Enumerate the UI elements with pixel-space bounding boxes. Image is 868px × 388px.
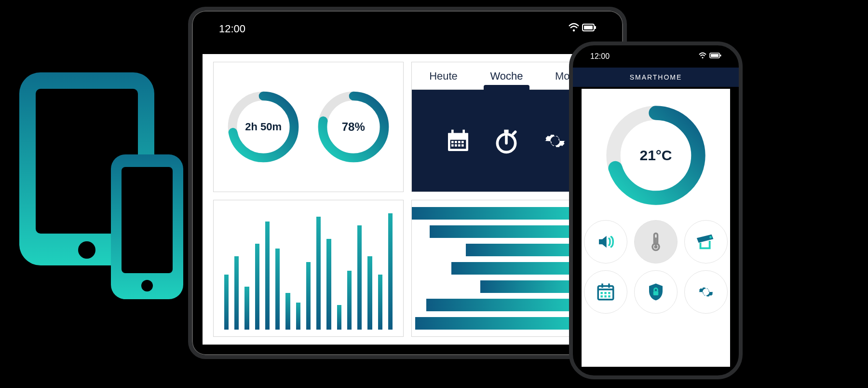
svg-rect-17 [451, 141, 454, 143]
speaker-icon [596, 232, 616, 252]
bar [306, 262, 311, 330]
calendar-icon [596, 282, 616, 302]
bar [357, 225, 362, 330]
temperature-gauge: 21°C [603, 102, 709, 208]
gear-icon [696, 282, 716, 302]
tablet-device: 12:00 [188, 7, 627, 359]
phone-device: 12:00 SMARTHOME 21 [569, 42, 743, 379]
svg-rect-26 [462, 129, 465, 135]
sound-button[interactable] [584, 220, 627, 263]
bar [224, 275, 229, 330]
svg-rect-46 [608, 284, 610, 288]
hbar [426, 299, 592, 311]
svg-line-30 [513, 132, 515, 134]
camera-icon [695, 231, 717, 253]
svg-point-5 [141, 280, 153, 291]
svg-rect-34 [720, 55, 721, 56]
thermometer-icon [646, 232, 666, 252]
svg-rect-9 [584, 26, 593, 29]
bar [378, 275, 382, 330]
bar [275, 249, 280, 330]
tablet-dashboard: 2h 50m 78% Heute Woche Monat [203, 54, 612, 345]
svg-rect-22 [455, 144, 457, 147]
phone-status-bar: 12:00 [573, 45, 739, 68]
svg-rect-20 [461, 141, 464, 143]
svg-rect-19 [458, 141, 461, 143]
hbar [415, 317, 592, 330]
svg-rect-53 [653, 291, 659, 295]
svg-rect-28 [504, 129, 508, 133]
bar [296, 303, 300, 330]
svg-rect-35 [711, 54, 719, 57]
svg-rect-49 [608, 292, 610, 294]
bar [265, 222, 270, 330]
svg-rect-23 [458, 144, 461, 147]
bar [367, 256, 372, 330]
svg-rect-15 [448, 133, 468, 137]
devices-icon [14, 68, 188, 319]
percent-value: 78% [315, 88, 392, 166]
phone-app-title: SMARTHOME [573, 68, 739, 87]
hbar [412, 207, 592, 220]
bar-chart [213, 200, 404, 337]
tab-heute[interactable]: Heute [412, 62, 475, 89]
calendar-icon[interactable] [445, 127, 472, 154]
bar [255, 244, 259, 330]
svg-rect-45 [601, 284, 603, 288]
bar [347, 271, 352, 330]
stopwatch-icon[interactable] [493, 127, 520, 154]
shield-lock-icon [646, 282, 666, 302]
svg-rect-8 [595, 26, 596, 29]
svg-point-32 [702, 57, 703, 58]
duration-gauge: 2h 50m [225, 88, 302, 166]
bar [316, 217, 321, 330]
svg-rect-47 [601, 292, 603, 294]
svg-rect-50 [601, 295, 603, 297]
bar [244, 287, 249, 330]
settings-button[interactable] [684, 270, 728, 314]
status-icons [568, 22, 596, 36]
svg-point-2 [78, 241, 95, 259]
security-button[interactable] [634, 270, 678, 314]
svg-rect-48 [604, 292, 606, 294]
percent-gauge: 78% [315, 88, 392, 166]
tablet-time: 12:00 [219, 23, 245, 35]
svg-rect-25 [451, 129, 454, 135]
bar [388, 213, 393, 330]
svg-rect-21 [451, 144, 454, 147]
svg-point-42 [709, 236, 712, 238]
phone-time: 12:00 [590, 52, 610, 61]
svg-point-40 [654, 245, 658, 249]
bar [337, 305, 341, 330]
temperature-value: 21°C [603, 102, 709, 208]
svg-rect-51 [604, 295, 606, 297]
temperature-button[interactable] [634, 220, 678, 263]
phone-icon-grid [584, 220, 728, 314]
hbar [430, 225, 592, 238]
camera-button[interactable] [684, 220, 728, 263]
svg-rect-18 [455, 141, 457, 143]
svg-point-6 [573, 29, 575, 31]
tab-woche[interactable]: Woche [475, 62, 538, 89]
svg-point-31 [552, 138, 557, 143]
phone-dashboard: 21°C [582, 89, 730, 367]
gauges-card: 2h 50m 78% [213, 62, 404, 192]
bar [234, 256, 239, 330]
gear-icon[interactable] [541, 127, 569, 155]
bar [326, 239, 331, 330]
svg-rect-52 [608, 295, 610, 297]
calendar-button[interactable] [584, 270, 627, 314]
phone-status-icons [698, 52, 721, 61]
svg-rect-24 [461, 144, 464, 147]
tablet-status-bar: 12:00 [192, 11, 623, 47]
svg-rect-4 [122, 167, 173, 273]
bar [285, 293, 290, 330]
duration-value: 2h 50m [225, 88, 302, 166]
svg-point-54 [705, 291, 708, 294]
